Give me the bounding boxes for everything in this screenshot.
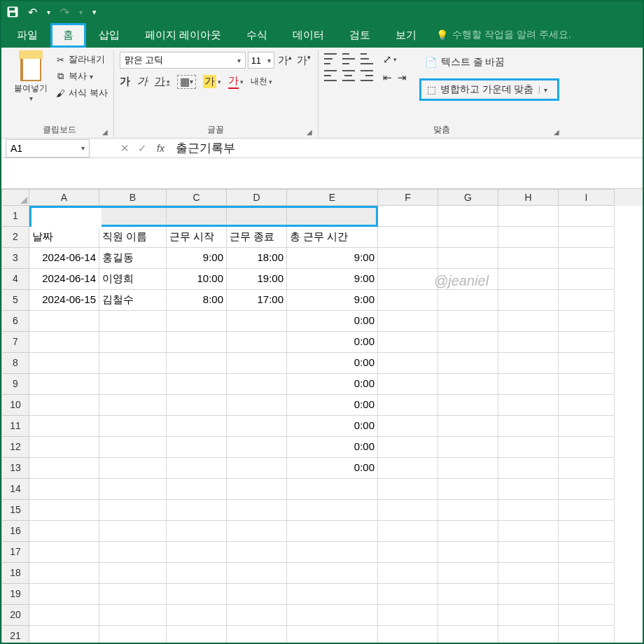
- col-header-G[interactable]: G: [438, 189, 498, 206]
- cell[interactable]: 9:00: [287, 269, 378, 290]
- row-header[interactable]: 20: [1, 605, 29, 626]
- cell[interactable]: [29, 500, 99, 521]
- cell[interactable]: [287, 605, 378, 626]
- cell[interactable]: [438, 290, 498, 311]
- cell[interactable]: [167, 374, 227, 395]
- cell[interactable]: [99, 500, 167, 521]
- fx-icon[interactable]: fx: [153, 143, 169, 154]
- cell[interactable]: [559, 248, 615, 269]
- cell[interactable]: [227, 500, 287, 521]
- cell[interactable]: 0:00: [287, 416, 378, 437]
- cell[interactable]: [167, 311, 227, 332]
- font-name-select[interactable]: 맑은 고딕 ▾: [120, 52, 246, 69]
- tab-file[interactable]: 파일: [4, 23, 50, 48]
- cell[interactable]: [227, 206, 287, 227]
- orientation-button[interactable]: ⤢: [383, 53, 397, 66]
- cell[interactable]: [227, 605, 287, 626]
- cell[interactable]: [227, 521, 287, 542]
- cell[interactable]: [287, 206, 378, 227]
- row-header[interactable]: 19: [1, 584, 29, 605]
- cell[interactable]: [167, 542, 227, 563]
- cell[interactable]: [99, 521, 167, 542]
- underline-button[interactable]: 가: [155, 75, 170, 88]
- cell[interactable]: [99, 437, 167, 458]
- cell[interactable]: 0:00: [287, 311, 378, 332]
- font-launcher-icon[interactable]: ◢: [307, 128, 312, 136]
- cell[interactable]: [378, 248, 438, 269]
- tab-page-layout[interactable]: 페이지 레이아웃: [132, 23, 234, 48]
- cell[interactable]: [559, 500, 615, 521]
- cell[interactable]: 9:00: [287, 248, 378, 269]
- cell[interactable]: [167, 605, 227, 626]
- cell[interactable]: [167, 416, 227, 437]
- save-icon[interactable]: [7, 6, 18, 18]
- cell[interactable]: [498, 500, 559, 521]
- cell[interactable]: 0:00: [287, 374, 378, 395]
- cell[interactable]: [29, 605, 99, 626]
- cell[interactable]: [99, 311, 167, 332]
- cell[interactable]: 0:00: [287, 353, 378, 374]
- tab-formulas[interactable]: 수식: [234, 23, 280, 48]
- cell[interactable]: [498, 479, 559, 500]
- increase-indent-icon[interactable]: ⇥: [398, 71, 407, 84]
- row-header[interactable]: 12: [1, 437, 29, 458]
- row-header[interactable]: 21: [1, 626, 29, 644]
- tab-view[interactable]: 보기: [383, 23, 429, 48]
- col-header-C[interactable]: C: [167, 189, 227, 206]
- cell[interactable]: 0:00: [287, 395, 378, 416]
- cell[interactable]: [438, 416, 498, 437]
- cell[interactable]: [498, 584, 559, 605]
- col-header-A[interactable]: A: [29, 189, 99, 206]
- cell[interactable]: [438, 479, 498, 500]
- tell-me-search[interactable]: 💡 수행할 작업을 알려 주세요.: [429, 29, 578, 41]
- cell[interactable]: [227, 626, 287, 644]
- cell[interactable]: 19:00: [227, 269, 287, 290]
- cell[interactable]: [287, 479, 378, 500]
- italic-button[interactable]: 가: [137, 75, 148, 88]
- col-header-E[interactable]: E: [287, 189, 378, 206]
- cell[interactable]: [227, 479, 287, 500]
- cell[interactable]: 출근기록부: [29, 206, 99, 227]
- wrap-text-button[interactable]: 📄 텍스트 줄 바꿈: [419, 53, 559, 71]
- cell[interactable]: [29, 542, 99, 563]
- font-size-select[interactable]: 11 ▾: [248, 52, 274, 69]
- align-center-icon[interactable]: [342, 70, 355, 81]
- cell[interactable]: [438, 269, 498, 290]
- cell[interactable]: 홍길동: [99, 248, 167, 269]
- tab-review[interactable]: 검토: [337, 23, 383, 48]
- row-header[interactable]: 5: [1, 290, 29, 311]
- cell[interactable]: [167, 584, 227, 605]
- cell[interactable]: [99, 479, 167, 500]
- row-header[interactable]: 13: [1, 458, 29, 479]
- cell[interactable]: [498, 227, 559, 248]
- cell[interactable]: [227, 416, 287, 437]
- cell[interactable]: 직원 이름: [99, 227, 167, 248]
- cell[interactable]: [378, 605, 438, 626]
- copy-dropdown-icon[interactable]: ▾: [90, 73, 93, 80]
- cell[interactable]: [287, 626, 378, 644]
- cell[interactable]: [99, 395, 167, 416]
- cell[interactable]: 이영희: [99, 269, 167, 290]
- cell[interactable]: [99, 584, 167, 605]
- cell[interactable]: 근무 시작: [167, 227, 227, 248]
- merge-center-button[interactable]: ⬚ 병합하고 가운데 맞춤 ▾: [419, 78, 559, 101]
- cell[interactable]: [99, 626, 167, 644]
- cell[interactable]: [99, 416, 167, 437]
- cell[interactable]: [378, 374, 438, 395]
- cell[interactable]: [498, 269, 559, 290]
- cell[interactable]: 날짜: [29, 227, 99, 248]
- cell[interactable]: [498, 206, 559, 227]
- cell[interactable]: [438, 374, 498, 395]
- decrease-indent-icon[interactable]: ⇤: [383, 71, 392, 84]
- align-right-icon[interactable]: [360, 70, 373, 81]
- cell[interactable]: [378, 311, 438, 332]
- cell[interactable]: [167, 500, 227, 521]
- row-header[interactable]: 8: [1, 353, 29, 374]
- cell[interactable]: [99, 458, 167, 479]
- row-header[interactable]: 16: [1, 521, 29, 542]
- decrease-font-icon[interactable]: 가▾: [295, 54, 312, 67]
- cell[interactable]: 0:00: [287, 332, 378, 353]
- row-header[interactable]: 1: [1, 206, 29, 227]
- cell[interactable]: [227, 311, 287, 332]
- cell[interactable]: [378, 542, 438, 563]
